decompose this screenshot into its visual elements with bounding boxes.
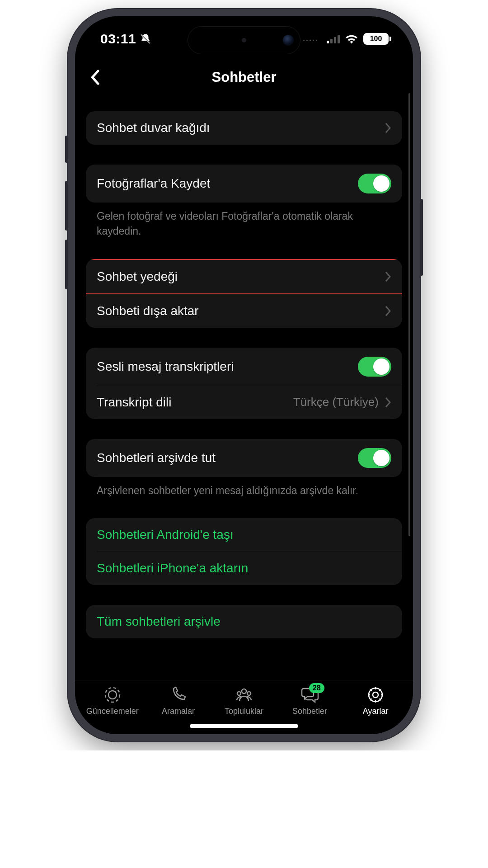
tab-label: Aramalar: [162, 707, 195, 716]
scroll-indicator[interactable]: [408, 93, 410, 536]
volume-down-button: [65, 240, 68, 289]
row-archive-all-chats[interactable]: Tüm sohbetleri arşivle: [86, 605, 402, 638]
island-grille: [303, 40, 317, 41]
power-button: [420, 199, 423, 276]
page-title: Sohbetler: [212, 69, 277, 85]
toggle-save-photos[interactable]: [358, 174, 391, 193]
silent-icon: [140, 33, 151, 45]
updates-icon: [103, 686, 122, 704]
row-label: Sohbet duvar kağıdı: [97, 121, 210, 135]
chevron-left-icon: [90, 70, 99, 85]
save-photos-description: Gelen fotoğraf ve videoları Fotoğraflar'…: [86, 203, 402, 239]
gear-icon: [366, 686, 385, 704]
svg-point-5: [373, 692, 378, 698]
phone-frame: 03:11 100: [68, 9, 420, 741]
row-label: Transkript dili: [97, 395, 171, 410]
highlight-chat-backup: Sohbet yedeği: [86, 259, 402, 294]
row-save-to-photos[interactable]: Fotoğraflar'a Kaydet: [86, 165, 402, 203]
front-camera: [283, 35, 294, 46]
row-label: Sohbeti dışa aktar: [97, 304, 199, 318]
row-label: Sohbetleri iPhone'a aktarın: [97, 561, 248, 576]
tab-label: Topluluklar: [225, 707, 263, 716]
toggle-keep-archived[interactable]: [358, 448, 391, 468]
status-time: 03:11: [100, 31, 136, 47]
row-voice-transcripts[interactable]: Sesli mesaj transkriptleri: [86, 348, 402, 386]
row-chat-backup[interactable]: Sohbet yedeği: [86, 260, 402, 293]
sensor-dot: [242, 38, 246, 42]
communities-icon: [235, 686, 253, 704]
row-label: Sohbetleri Android'e taşı: [97, 528, 234, 542]
svg-point-2: [242, 689, 246, 693]
cellular-signal-icon: [327, 34, 340, 43]
row-label: Tüm sohbetleri arşivle: [97, 614, 221, 629]
tab-calls[interactable]: Aramalar: [145, 686, 211, 716]
dynamic-island: [188, 26, 300, 54]
row-keep-archived[interactable]: Sohbetleri arşivde tut: [86, 439, 402, 477]
svg-point-6: [369, 688, 382, 702]
row-label: Sohbet yedeği: [97, 269, 178, 284]
tab-communities[interactable]: Topluluklar: [211, 686, 277, 716]
row-transcript-language[interactable]: Transkript dili Türkçe (Türkiye): [86, 386, 402, 419]
tab-label: Ayarlar: [363, 707, 389, 716]
transcript-language-value: Türkçe (Türkiye): [293, 395, 379, 409]
chats-badge: 28: [309, 683, 324, 693]
svg-point-3: [237, 692, 241, 695]
battery-level: 100: [363, 33, 389, 45]
svg-point-0: [108, 691, 117, 699]
svg-point-1: [105, 688, 120, 702]
tab-updates[interactable]: Güncellemeler: [80, 686, 145, 716]
row-label: Sohbetleri arşivde tut: [97, 451, 216, 465]
nav-header: Sohbetler: [75, 61, 413, 93]
settings-content[interactable]: Sohbet duvar kağıdı Fotoğraflar'a Kaydet…: [75, 93, 413, 680]
back-button[interactable]: [85, 67, 105, 87]
row-transfer-to-iphone[interactable]: Sohbetleri iPhone'a aktarın: [86, 552, 402, 585]
wifi-icon: [345, 34, 358, 44]
keep-archived-description: Arşivlenen sohbetler yeni mesaj aldığını…: [86, 477, 402, 498]
chevron-right-icon: [385, 123, 391, 133]
battery-indicator: 100: [363, 33, 391, 45]
tab-label: Sohbetler: [292, 707, 327, 716]
row-label: Sesli mesaj transkriptleri: [97, 359, 234, 374]
phone-icon: [169, 686, 187, 704]
svg-point-4: [247, 692, 251, 695]
chevron-right-icon: [385, 397, 391, 408]
row-export-chat[interactable]: Sohbeti dışa aktar: [86, 294, 402, 328]
toggle-voice-transcripts[interactable]: [358, 357, 391, 377]
mute-switch: [65, 136, 68, 163]
row-move-to-android[interactable]: Sohbetleri Android'e taşı: [86, 518, 402, 552]
screen: 03:11 100: [75, 16, 413, 734]
tab-label: Güncellemeler: [86, 707, 139, 716]
row-chat-wallpaper[interactable]: Sohbet duvar kağıdı: [86, 111, 402, 145]
chevron-right-icon: [385, 306, 391, 316]
tab-chats[interactable]: 28 Sohbetler: [277, 686, 343, 716]
volume-up-button: [65, 181, 68, 231]
row-label: Fotoğraflar'a Kaydet: [97, 176, 210, 191]
home-indicator[interactable]: [190, 724, 298, 728]
chevron-right-icon: [385, 271, 391, 282]
tab-settings[interactable]: Ayarlar: [343, 686, 408, 716]
